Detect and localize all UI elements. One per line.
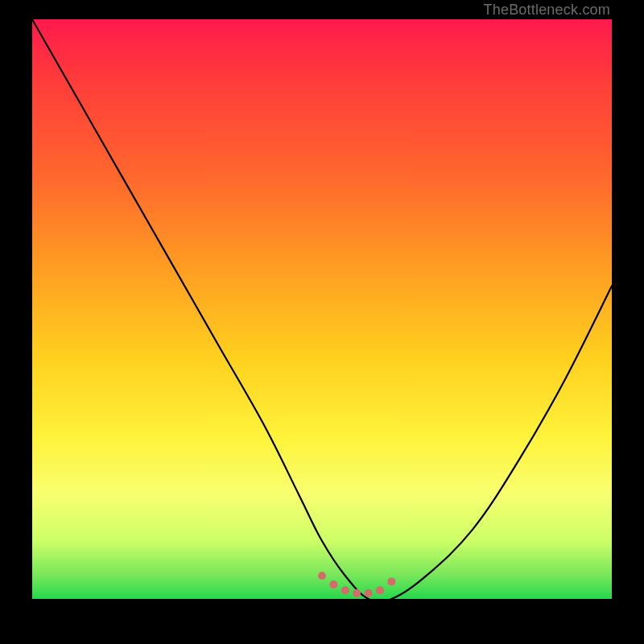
trough-dot — [353, 589, 361, 597]
trough-dot — [365, 589, 373, 597]
trough-dot — [376, 586, 384, 594]
trough-dot — [387, 577, 395, 585]
trough-dot — [329, 580, 337, 588]
trough-dot — [341, 586, 349, 594]
credit-text: TheBottleneck.com — [484, 2, 610, 19]
plot-area — [32, 19, 612, 599]
trough-dot — [318, 572, 326, 580]
curve-line — [32, 19, 612, 602]
trough-marker — [318, 572, 395, 597]
chart-container: TheBottleneck.com — [0, 0, 644, 644]
curve-svg — [32, 19, 612, 599]
